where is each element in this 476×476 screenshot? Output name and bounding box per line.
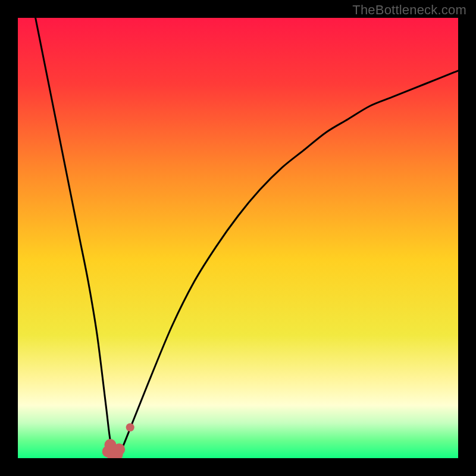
optimal-region-marker	[113, 443, 125, 455]
secondary-marker	[126, 423, 134, 431]
curve-layer	[18, 18, 458, 458]
watermark-text: TheBottleneck.com	[352, 2, 466, 18]
plot-area	[18, 18, 458, 458]
bottleneck-curve	[36, 18, 458, 455]
chart-frame: TheBottleneck.com	[0, 0, 476, 476]
